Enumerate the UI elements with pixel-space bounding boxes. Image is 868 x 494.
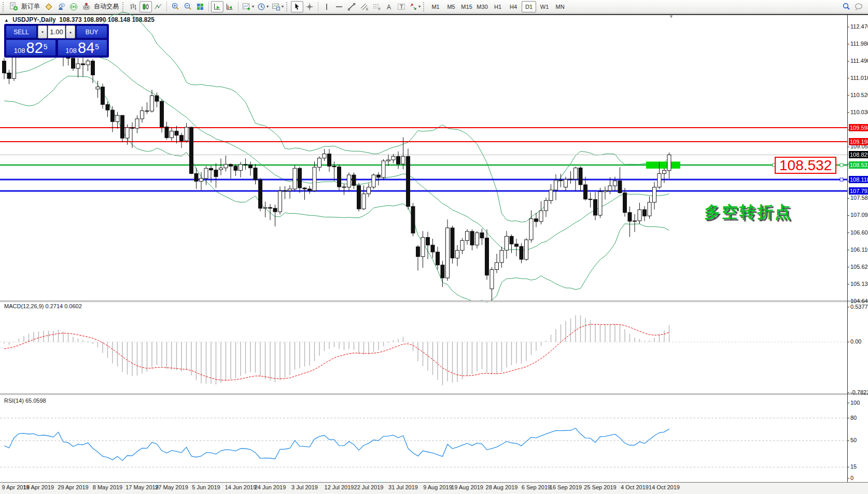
macd-label: MACD(12,26,9) 0.2714 0.0602 bbox=[4, 303, 82, 309]
candle-body bbox=[401, 156, 405, 164]
candle-body bbox=[150, 95, 154, 111]
candle-body bbox=[194, 173, 198, 181]
date-axis-label: 16 Sep 2019 bbox=[550, 484, 582, 490]
candle-body bbox=[397, 156, 400, 164]
candle-body bbox=[101, 87, 105, 105]
sell-button[interactable]: SELL bbox=[6, 25, 37, 38]
candle-body bbox=[214, 170, 218, 177]
candle-body bbox=[431, 245, 435, 252]
rsi-axis-label: 50 bbox=[850, 437, 857, 444]
candle-body bbox=[505, 236, 509, 250]
macd-axis-label: 0.00 bbox=[850, 338, 861, 345]
candle-body bbox=[362, 194, 366, 209]
mt4-application: 新订单 自动交易 bbox=[0, 0, 868, 494]
pane-separator-rsi[interactable] bbox=[0, 393, 868, 395]
candle-body bbox=[7, 73, 11, 79]
candle-body bbox=[160, 101, 164, 127]
candle-body bbox=[175, 131, 178, 135]
candle-body bbox=[145, 111, 149, 112]
price-axis-label: 112.470 bbox=[850, 23, 868, 30]
volume-increase-button[interactable]: ▲ bbox=[66, 25, 75, 38]
candle-body bbox=[421, 237, 425, 256]
line-handle bbox=[840, 163, 843, 167]
macd-axis-label: 0.5377 bbox=[850, 304, 868, 310]
rsi-axis-label: 80 bbox=[850, 415, 857, 421]
candle-body bbox=[96, 87, 100, 89]
candle-body bbox=[643, 210, 647, 216]
chart-shift-marker[interactable]: ▼ bbox=[669, 14, 674, 19]
candle-body bbox=[352, 175, 356, 185]
candle-body bbox=[155, 95, 159, 101]
candle-body bbox=[318, 158, 321, 168]
ask-price-sup: 5 bbox=[95, 40, 99, 53]
candle-body bbox=[633, 221, 637, 222]
one-click-trading-panel: SELL ▼ 1.00 ▲ BUY 108 82 5 108 84 5 bbox=[4, 24, 109, 58]
candle-body bbox=[525, 240, 528, 259]
candle-body bbox=[219, 168, 223, 170]
candle-body bbox=[623, 193, 627, 213]
turning-point-note[interactable]: 多空转折点 bbox=[704, 201, 792, 223]
candle-body bbox=[278, 191, 282, 212]
pane-separator-macd[interactable] bbox=[0, 300, 868, 302]
buy-button[interactable]: BUY bbox=[76, 25, 107, 38]
date-axis-label: 27 May 2019 bbox=[155, 484, 188, 490]
candle-body bbox=[446, 228, 450, 278]
candle-body bbox=[584, 185, 587, 199]
candle-body bbox=[342, 187, 346, 187]
price-axis-border bbox=[847, 15, 848, 482]
candle-body bbox=[338, 167, 341, 187]
price-axis-badge: 107.792 bbox=[849, 187, 868, 195]
date-axis-label: 6 Sep 2019 bbox=[522, 484, 551, 490]
candle-body bbox=[86, 61, 90, 65]
candle-body bbox=[426, 237, 430, 245]
candle-body bbox=[125, 128, 129, 138]
candle-body bbox=[569, 179, 572, 180]
candle-body bbox=[480, 233, 484, 238]
candle-body bbox=[589, 199, 592, 200]
price-callout-label[interactable]: 108.532 bbox=[775, 157, 836, 174]
candle-body bbox=[357, 185, 361, 209]
date-axis-label: 12 Jul 2019 bbox=[325, 484, 354, 490]
candle-body bbox=[515, 244, 519, 246]
candle-body bbox=[495, 263, 499, 270]
volume-input[interactable]: 1.00 bbox=[48, 25, 65, 38]
bid-price-prefix: 108 bbox=[14, 47, 25, 55]
candle-body bbox=[72, 58, 75, 68]
candle-body bbox=[170, 131, 174, 138]
price-axis-label: 111.010 bbox=[850, 75, 868, 81]
chart-title: ▲ USDJPY-,Daily 108.373 108.890 108.148 … bbox=[4, 16, 155, 23]
candle-body bbox=[3, 61, 6, 73]
candle-body bbox=[604, 191, 607, 192]
price-axis-label: 110.520 bbox=[850, 92, 868, 99]
candle-body bbox=[204, 168, 208, 179]
candle-body bbox=[411, 207, 415, 233]
candle-body bbox=[273, 208, 277, 212]
candle-body bbox=[244, 164, 247, 165]
candle-body bbox=[185, 127, 188, 141]
macd-axis-label: -0.7823 bbox=[850, 389, 868, 396]
collapse-triangle-icon[interactable]: ▲ bbox=[4, 18, 9, 23]
candle-body bbox=[298, 168, 302, 188]
candle-body bbox=[510, 236, 513, 244]
date-axis-label: 25 Sep 2019 bbox=[584, 484, 616, 490]
candle-body bbox=[249, 165, 253, 168]
candle-body bbox=[288, 189, 292, 190]
bid-price-button[interactable]: 108 82 5 bbox=[6, 39, 56, 56]
candle-body bbox=[456, 250, 459, 258]
candle-body bbox=[485, 238, 489, 276]
candle-body bbox=[116, 115, 119, 121]
volume-decrease-button[interactable]: ▼ bbox=[38, 25, 47, 38]
candle-body bbox=[106, 104, 109, 110]
date-axis-label: 24 Jun 2019 bbox=[255, 484, 286, 490]
candle-body bbox=[613, 181, 617, 186]
candle-body bbox=[436, 252, 440, 265]
candle-body bbox=[367, 187, 371, 194]
price-axis-label: 107.580 bbox=[850, 195, 868, 201]
date-axis-label: 4 Oct 2019 bbox=[621, 484, 649, 490]
chart-canvas[interactable] bbox=[0, 0, 868, 494]
candle-body bbox=[180, 135, 184, 141]
candle-body bbox=[638, 210, 641, 221]
date-axis-label: 5 Jun 2019 bbox=[192, 484, 220, 490]
ask-price-button[interactable]: 108 84 5 bbox=[58, 39, 108, 56]
ohlc-values: 108.373 108.890 108.148 108.825 bbox=[59, 16, 155, 23]
